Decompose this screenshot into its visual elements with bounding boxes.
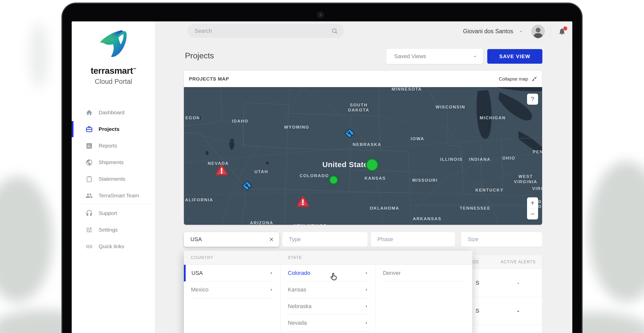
chevron-right-icon bbox=[269, 287, 274, 292]
dropdown-column-state: ColoradoKansasNebraskaNevada bbox=[281, 265, 376, 333]
sidebar-item-label: Support bbox=[99, 210, 117, 216]
map-state-label: WEST bbox=[518, 174, 533, 179]
projects-map-card: PROJECTS MAP Collapse map bbox=[184, 71, 542, 225]
save-view-button[interactable]: SAVE VIEW bbox=[487, 49, 542, 64]
map-state-label: ARIZONA bbox=[250, 220, 273, 225]
collapse-icon bbox=[532, 76, 537, 82]
splatter-decoration bbox=[0, 176, 53, 302]
wrench-diamond-icon bbox=[240, 178, 254, 193]
sidebar-item-label: Dashboard bbox=[99, 109, 125, 116]
saved-views-select[interactable]: Saved Views bbox=[386, 49, 483, 64]
sidebar-item-statements[interactable]: Statements bbox=[72, 171, 155, 187]
dropdown-option-nebraska[interactable]: Nebraska bbox=[281, 298, 376, 315]
dropdown-option-kansas[interactable]: Kansas bbox=[281, 281, 376, 298]
globe-icon bbox=[86, 159, 93, 166]
laptop-frame: terrasmart™ Cloud Portal DashboardProjec… bbox=[61, 3, 583, 333]
dropdown-column-header: STATE bbox=[281, 251, 376, 265]
splatter-decoration bbox=[589, 161, 644, 302]
filter-type[interactable] bbox=[282, 232, 368, 247]
headset-icon bbox=[86, 210, 93, 217]
sidebar-item-reports[interactable]: Reports bbox=[72, 137, 155, 154]
notification-badge bbox=[563, 26, 567, 30]
sidebar-item-label: TerraSmart Team bbox=[99, 193, 139, 199]
dropdown-option-label: Nebraska bbox=[288, 303, 364, 310]
sidebar-divider bbox=[78, 204, 155, 204]
chevron-down-icon[interactable] bbox=[519, 29, 523, 33]
map-state-label: VIRG bbox=[532, 186, 542, 191]
sidebar-item-projects[interactable]: Projects bbox=[72, 121, 155, 137]
sidebar-item-shipments[interactable]: Shipments bbox=[72, 154, 155, 171]
brand-block: terrasmart™ Cloud Portal bbox=[72, 27, 155, 86]
sidebar-item-quick-links[interactable]: Quick links bbox=[72, 238, 155, 255]
sidebar-item-support[interactable]: Support bbox=[72, 205, 155, 221]
cursor-hand-icon bbox=[329, 272, 338, 281]
dropdown-option-colorado[interactable]: Colorado bbox=[281, 265, 376, 281]
filter-country-input[interactable] bbox=[190, 236, 269, 243]
app-screen: terrasmart™ Cloud Portal DashboardProjec… bbox=[72, 21, 572, 333]
table-cell-active-alerts: - bbox=[494, 297, 542, 325]
dropdown-column-city: Denver bbox=[376, 265, 472, 333]
brand-subtitle: Cloud Portal bbox=[72, 78, 155, 86]
map-state-label: KANSAS bbox=[365, 176, 386, 181]
map-state-label: EGON bbox=[185, 116, 200, 121]
user-name[interactable]: Giovani dos Santos bbox=[463, 28, 513, 35]
home-icon bbox=[86, 109, 93, 116]
map-state-label: IOWA bbox=[411, 136, 424, 141]
clipboard-icon bbox=[86, 175, 93, 183]
sidebar: terrasmart™ Cloud Portal DashboardProjec… bbox=[72, 21, 155, 333]
zoom-in-button[interactable]: + bbox=[527, 197, 538, 208]
dropdown-option-label: Kansas bbox=[288, 286, 364, 293]
terrasmart-logo-icon bbox=[99, 27, 128, 65]
search-box[interactable] bbox=[187, 24, 344, 38]
dropdown-option-denver[interactable]: Denver bbox=[376, 265, 472, 281]
map-state-label: INDIANA bbox=[469, 157, 491, 162]
filter-country[interactable] bbox=[184, 232, 279, 247]
filter-size[interactable] bbox=[461, 232, 542, 247]
filter-type-input[interactable] bbox=[288, 236, 363, 243]
search-icon bbox=[331, 28, 338, 34]
collapse-map-label: Collapse map bbox=[499, 76, 528, 82]
filter-size-input[interactable] bbox=[467, 236, 537, 243]
map-state-label: MISSOURI bbox=[412, 178, 438, 183]
avatar[interactable] bbox=[531, 25, 545, 38]
team-icon bbox=[86, 192, 93, 199]
map-state-label: DAKOTA bbox=[348, 108, 370, 113]
zoom-out-button[interactable]: − bbox=[527, 209, 538, 220]
map-state-label: PEN bbox=[533, 150, 542, 155]
page-title: Projects bbox=[185, 51, 214, 60]
dropdown-option-label: USA bbox=[191, 270, 269, 276]
dropdown-option-nevada[interactable]: Nevada bbox=[281, 315, 376, 331]
search-input[interactable] bbox=[187, 28, 331, 34]
ok-marker[interactable] bbox=[329, 175, 338, 185]
notifications-button[interactable] bbox=[558, 27, 566, 36]
close-icon[interactable] bbox=[269, 237, 274, 242]
sidebar-nav-main: DashboardProjectsReportsShipmentsStateme… bbox=[72, 104, 155, 204]
map-state-label: OHIO bbox=[502, 156, 515, 161]
map-state-label: ILLINOIS bbox=[440, 157, 463, 162]
map-state-label: IDAHO bbox=[232, 119, 249, 124]
maintenance-marker[interactable] bbox=[342, 126, 357, 142]
maintenance-marker[interactable] bbox=[240, 178, 254, 194]
dropdown-option-label: Denver bbox=[383, 270, 466, 276]
alert-marker[interactable] bbox=[215, 163, 229, 178]
sidebar-item-dashboard[interactable]: Dashboard bbox=[72, 104, 155, 121]
sidebar-item-terrasmart-team[interactable]: TerraSmart Team bbox=[72, 187, 155, 204]
dropdown-option-mexico[interactable]: Mexico bbox=[184, 281, 280, 298]
dropdown-option-usa[interactable]: USA bbox=[184, 265, 280, 281]
user-area: Giovani dos Santos bbox=[463, 21, 566, 41]
map-state-label: SOUTH bbox=[350, 103, 368, 108]
chevron-right-icon bbox=[364, 304, 369, 309]
map-state-label: VIRGINIA bbox=[514, 179, 537, 184]
sidebar-item-label: Quick links bbox=[99, 243, 124, 249]
map-help-button[interactable]: ? bbox=[527, 94, 538, 105]
country-cascading-dropdown: COUNTRYSTATE USAMexicoColoradoKansasNebr… bbox=[184, 251, 472, 333]
map-state-label: NEW MEXICO bbox=[294, 224, 327, 225]
filter-phase-input[interactable] bbox=[377, 236, 450, 243]
ok-marker[interactable] bbox=[366, 158, 379, 171]
filter-phase[interactable] bbox=[371, 232, 455, 247]
sidebar-item-settings[interactable]: Settings bbox=[72, 221, 155, 238]
sidebar-item-label: Settings bbox=[99, 227, 118, 233]
map-area[interactable]: MINNESOTASOUTHDAKOTAWISCONSINMICHIGANEGO… bbox=[184, 87, 542, 225]
alert-marker[interactable] bbox=[296, 195, 310, 210]
collapse-map-button[interactable]: Collapse map bbox=[499, 76, 537, 82]
